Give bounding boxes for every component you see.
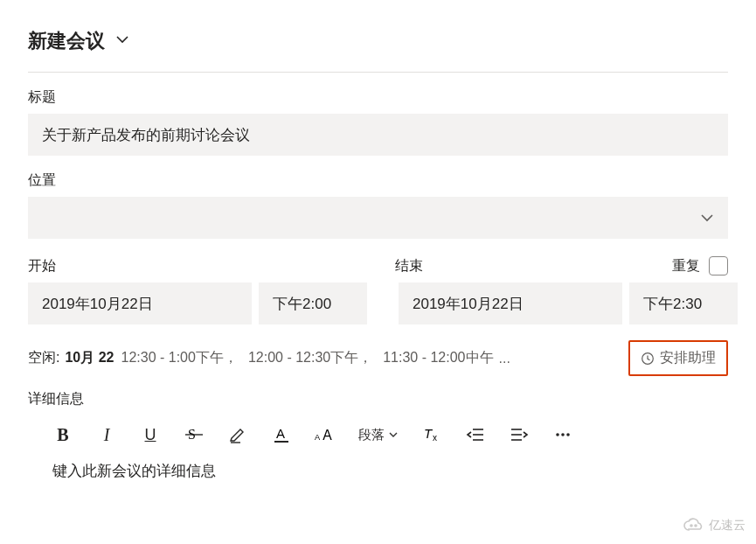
freebusy-sep: ， [358,349,372,367]
start-date-input[interactable] [28,282,252,324]
details-label: 详细信息 [28,390,728,408]
scheduling-assistant-label: 安排助理 [660,349,716,367]
italic-button[interactable]: I [96,424,117,445]
end-label: 结束 [395,257,672,275]
svg-point-16 [556,433,559,436]
strikethrough-button[interactable]: S [184,424,205,445]
svg-text:A: A [315,433,321,442]
repeat-checkbox[interactable] [709,256,728,275]
end-time-input[interactable] [629,282,738,324]
end-date-input[interactable] [399,282,622,324]
details-editor[interactable]: 键入此新会议的详细信息 [40,457,728,485]
svg-point-19 [690,525,692,527]
highlight-button[interactable] [227,424,248,445]
page-title: 新建会议 [28,28,105,54]
font-size-button[interactable]: AA [315,424,336,445]
svg-point-20 [695,525,697,527]
chevron-down-icon [388,429,399,440]
font-color-button[interactable]: A [271,424,292,445]
clock-icon [641,352,655,366]
paragraph-style-dropdown[interactable]: 段落 [358,427,399,443]
more-options-button[interactable] [552,424,573,445]
meeting-type-dropdown-icon[interactable] [115,32,129,50]
watermark: 亿速云 [683,518,746,534]
freebusy-label: 空闲: [28,349,59,367]
editor-toolbar: B I U S A AA 段落 Tx [40,415,728,457]
freebusy-slot[interactable]: 12:30 - 1:00下午 [121,349,224,367]
repeat-label: 重复 [672,257,700,275]
start-time-input[interactable] [259,282,367,324]
location-input[interactable] [28,197,728,239]
freebusy-slot[interactable]: 11:30 - 12:00中午 [383,349,493,367]
outdent-button[interactable] [465,424,486,445]
title-label: 标题 [28,88,728,107]
clear-formatting-button[interactable]: Tx [421,424,442,445]
details-placeholder: 键入此新会议的详细信息 [52,463,216,479]
svg-text:A: A [323,428,332,443]
title-input[interactable] [28,114,728,156]
indent-button[interactable] [509,424,530,445]
svg-point-17 [561,433,565,436]
cloud-icon [683,518,705,534]
freebusy-date: 10月 22 [65,349,114,367]
start-label: 开始 [28,257,395,275]
freebusy-slot[interactable]: 12:00 - 12:30下午 [248,349,358,367]
underline-button[interactable]: U [140,424,161,445]
freebusy-sep: ， [224,349,238,367]
svg-text:x: x [433,433,437,443]
svg-point-18 [566,433,570,436]
scheduling-assistant-button[interactable]: 安排助理 [628,340,728,376]
freebusy-more[interactable]: ... [499,351,510,366]
bold-button[interactable]: B [52,424,73,445]
svg-text:A: A [276,426,285,441]
location-label: 位置 [28,171,728,190]
